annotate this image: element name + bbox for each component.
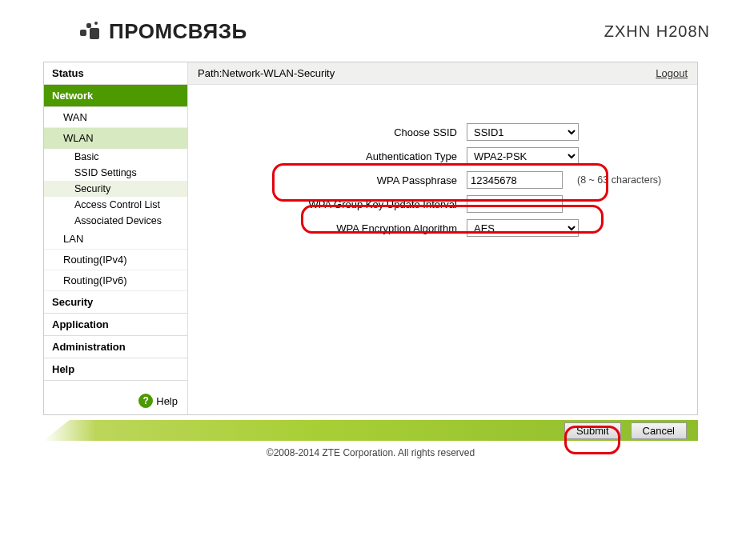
input-group-key-interval[interactable] <box>467 195 563 213</box>
passphrase-hint: (8 ~ 63 characters) <box>577 174 661 186</box>
label-group-key-interval: WPA Group Key Update Interval <box>212 198 460 210</box>
help-link[interactable]: ? Help <box>138 394 178 408</box>
select-encryption-algorithm[interactable]: AES <box>467 219 579 237</box>
nav-security[interactable]: Security <box>44 291 187 314</box>
cancel-button[interactable]: Cancel <box>631 422 687 439</box>
nav-wlan[interactable]: WLAN <box>44 128 187 149</box>
nav-routing-ipv6[interactable]: Routing(IPv6) <box>44 270 187 291</box>
label-wpa-passphrase: WPA Passphrase <box>212 174 460 186</box>
select-choose-ssid[interactable]: SSID1 <box>467 123 579 141</box>
nav-wlan-assoc[interactable]: Associated Devices <box>44 213 187 229</box>
copyright: ©2008-2014 ZTE Corporation. All rights r… <box>43 441 698 465</box>
label-choose-ssid: Choose SSID <box>212 126 460 138</box>
label-auth-type: Authentication Type <box>212 150 460 162</box>
breadcrumb: Path:Network-WLAN-Security <box>198 67 335 79</box>
nav-status[interactable]: Status <box>44 62 187 85</box>
nav-routing-ipv4[interactable]: Routing(IPv4) <box>44 250 187 270</box>
nav-wlan-ssid-settings[interactable]: SSID Settings <box>44 165 187 181</box>
brand-text: ПРОМСВЯЗЬ <box>109 19 247 44</box>
submit-button[interactable]: Submit <box>564 422 620 439</box>
nav-wan[interactable]: WAN <box>44 107 187 128</box>
nav-wlan-basic[interactable]: Basic <box>44 149 187 165</box>
sidebar: Status Network WAN WLAN Basic SSID Setti… <box>44 62 188 414</box>
device-model: ZXHN H208N <box>604 22 718 41</box>
logout-link[interactable]: Logout <box>656 67 688 79</box>
label-encryption-algorithm: WPA Encryption Algorithm <box>212 222 460 234</box>
nav-lan[interactable]: LAN <box>44 229 187 250</box>
select-auth-type[interactable]: WPA2-PSK <box>467 147 579 165</box>
logo-icon <box>80 20 104 44</box>
input-wpa-passphrase[interactable] <box>467 171 563 189</box>
help-icon: ? <box>138 394 153 408</box>
nav-application[interactable]: Application <box>44 314 187 336</box>
nav-wlan-security[interactable]: Security <box>44 181 187 197</box>
brand-logo: ПРОМСВЯЗЬ <box>80 19 247 44</box>
nav-help[interactable]: Help <box>44 358 187 381</box>
help-link-label: Help <box>156 395 178 407</box>
content-pane: Path:Network-WLAN-Security Logout Choose… <box>188 62 697 414</box>
nav-administration[interactable]: Administration <box>44 336 187 358</box>
nav-network[interactable]: Network <box>44 85 187 107</box>
nav-wlan-acl[interactable]: Access Control List <box>44 197 187 213</box>
action-bar: Submit Cancel <box>43 420 698 441</box>
